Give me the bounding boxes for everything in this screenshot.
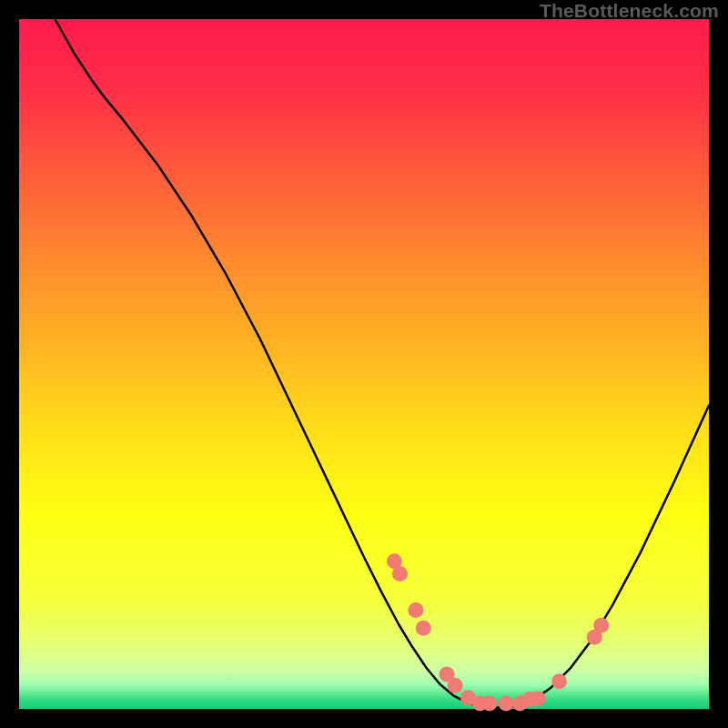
data-point: [392, 566, 408, 581]
data-point: [593, 618, 609, 633]
data-point: [481, 695, 497, 711]
attribution-label: TheBottleneck.com: [540, 0, 719, 22]
data-point: [416, 621, 431, 636]
data-point: [408, 602, 423, 618]
data-point: [531, 691, 546, 706]
data-point: [448, 678, 463, 693]
data-point: [551, 673, 567, 689]
data-point: [499, 695, 514, 711]
